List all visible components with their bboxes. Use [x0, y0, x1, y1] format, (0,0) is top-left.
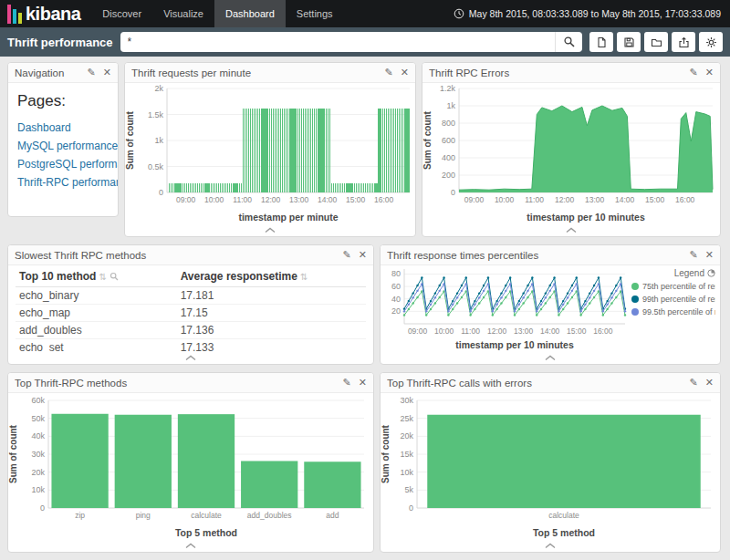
nav-tab-discover[interactable]: Discover	[91, 0, 152, 27]
remove-panel-icon[interactable]: ✕	[103, 67, 111, 78]
legend-toggle[interactable]: Legend	[631, 268, 715, 278]
collapse-panel-button[interactable]	[183, 543, 198, 549]
chevron-up-icon	[263, 227, 277, 233]
panel-title[interactable]: Slowest Thrift RPC methods	[15, 250, 343, 261]
svg-text:11:00: 11:00	[233, 195, 252, 204]
svg-text:50k: 50k	[31, 414, 45, 423]
legend-item[interactable]: 99th percentile of resp...	[631, 293, 715, 306]
legend-label: 99.5th percentile of re...	[642, 306, 715, 318]
remove-panel-icon[interactable]: ✕	[359, 250, 367, 260]
panel-title[interactable]: Thrift RPC Errors	[429, 67, 690, 78]
svg-text:400: 400	[442, 153, 455, 162]
panel-title[interactable]: Thrift response times percentiles	[387, 250, 690, 261]
column-header-method[interactable]: Top 10 method⇅	[16, 265, 177, 287]
search-button[interactable]	[555, 32, 582, 52]
sort-icon: ⇅	[99, 272, 106, 282]
column-header-responsetime[interactable]: Average responsetime⇅	[177, 265, 366, 287]
svg-text:13:00: 13:00	[514, 327, 534, 336]
svg-text:Sum of count: Sum of count	[422, 110, 433, 170]
panel-top-methods: Top Thrift-RPC methods ✎ ✕ 010k20k30k40k…	[7, 372, 374, 553]
top-methods-chart[interactable]: 010k20k30k40k50k60kSum of countTop 5 met…	[8, 393, 373, 539]
panel-header: Slowest Thrift RPC methods ✎ ✕	[8, 245, 373, 265]
nav-tab-settings[interactable]: Settings	[286, 0, 344, 27]
share-button[interactable]	[672, 32, 695, 52]
requests-chart[interactable]: 00.5k1k1.5k2kSum of counttimestamp per m…	[125, 83, 415, 223]
svg-text:12:00: 12:00	[261, 195, 281, 204]
svg-text:15:00: 15:00	[567, 327, 587, 336]
svg-text:10:00: 10:00	[204, 195, 224, 204]
options-button[interactable]	[699, 32, 723, 52]
table-cell: echo_set	[16, 339, 177, 352]
edit-panel-icon[interactable]: ✎	[690, 67, 698, 78]
legend-color-dot	[631, 283, 639, 290]
table-cell: 17.136	[177, 322, 366, 339]
time-range-picker[interactable]: May 8th 2015, 08:03:33.089 to May 8th 20…	[454, 8, 730, 19]
svg-text:600: 600	[442, 136, 455, 145]
remove-panel-icon[interactable]: ✕	[705, 250, 714, 260]
collapse-panel-button[interactable]	[543, 543, 558, 549]
collapse-panel-button[interactable]	[183, 355, 198, 361]
logo-text: kibana	[26, 5, 80, 23]
chevron-up-icon	[543, 355, 558, 361]
query-input[interactable]	[120, 32, 555, 52]
svg-text:5k: 5k	[404, 485, 413, 494]
svg-text:13:00: 13:00	[289, 195, 309, 204]
svg-text:14:00: 14:00	[318, 195, 338, 204]
legend-label: 75th percentile of resp...	[642, 280, 715, 293]
legend-item[interactable]: 75th percentile of resp...	[631, 280, 715, 293]
filter-search-icon	[110, 272, 119, 281]
panel-footer	[381, 539, 720, 552]
load-dashboard-button[interactable]	[644, 32, 668, 52]
page-link-thrift-rpc-performance[interactable]: Thrift-RPC performance	[17, 173, 109, 192]
panel-header: Top Thrift-RPC methods ✎ ✕	[8, 373, 373, 393]
kibana-logo[interactable]: kibana	[0, 5, 91, 24]
errors-chart[interactable]: 02004006008001k1.2kSum of counttimestamp…	[422, 83, 720, 223]
percentiles-chart[interactable]: 20406080timestamp per 10 minutes09:0010:…	[381, 265, 629, 351]
slowest-table-head-row: Top 10 method⇅ Average responsetime⇅	[16, 265, 366, 287]
page-link-mysql-performance[interactable]: MySQL performance	[17, 137, 109, 155]
clock-icon	[454, 8, 464, 19]
collapse-panel-button[interactable]	[263, 227, 277, 233]
remove-panel-icon[interactable]: ✕	[401, 67, 409, 78]
chevron-up-icon	[183, 355, 198, 361]
save-icon	[623, 36, 635, 48]
page-link-postgresql-performance[interactable]: PostgreSQL performance	[17, 155, 109, 173]
top-navbar: kibana DiscoverVisualizeDashboardSetting…	[0, 0, 730, 27]
table-cell: 17.15	[177, 305, 366, 322]
new-dashboard-button[interactable]	[589, 32, 613, 52]
panel-top-calls-errors: Top Thrift-RPC calls with errors ✎ ✕ 05k…	[380, 372, 721, 553]
nav-tab-dashboard[interactable]: Dashboard	[214, 0, 286, 27]
chevron-up-icon	[564, 227, 579, 233]
legend-toggle-icon	[707, 269, 715, 277]
remove-panel-icon[interactable]: ✕	[705, 67, 714, 78]
svg-text:2k: 2k	[154, 84, 163, 93]
remove-panel-icon[interactable]: ✕	[705, 378, 714, 388]
remove-panel-icon[interactable]: ✕	[359, 378, 367, 388]
nav-tab-visualize[interactable]: Visualize	[152, 0, 214, 27]
panel-header: Navigation ✎ ✕	[8, 63, 118, 83]
svg-text:0: 0	[451, 188, 455, 197]
panel-title[interactable]: Top Thrift-RPC methods	[15, 378, 343, 389]
svg-text:0: 0	[159, 188, 163, 197]
panel-title[interactable]: Thrift requests per minute	[131, 67, 385, 78]
svg-text:ping: ping	[136, 511, 151, 520]
svg-text:15:00: 15:00	[346, 195, 366, 204]
edit-panel-icon[interactable]: ✎	[343, 250, 351, 260]
chart-legend: Legend 75th percentile of resp...99th pe…	[629, 267, 718, 319]
panel-title[interactable]: Navigation	[15, 67, 88, 78]
edit-panel-icon[interactable]: ✎	[343, 378, 351, 388]
edit-panel-icon[interactable]: ✎	[385, 67, 393, 78]
page-link-dashboard[interactable]: Dashboard	[17, 119, 109, 137]
panel-footer	[422, 223, 720, 236]
save-dashboard-button[interactable]	[617, 32, 641, 52]
kibana-logo-icon	[7, 5, 22, 24]
panel-title[interactable]: Top Thrift-RPC calls with errors	[387, 378, 690, 389]
legend-item[interactable]: 99.5th percentile of re...	[631, 306, 715, 318]
edit-panel-icon[interactable]: ✎	[690, 250, 698, 260]
svg-text:800: 800	[442, 119, 455, 128]
collapse-panel-button[interactable]	[564, 227, 579, 233]
edit-panel-icon[interactable]: ✎	[690, 378, 698, 388]
edit-panel-icon[interactable]: ✎	[88, 67, 96, 78]
collapse-panel-button[interactable]	[543, 355, 558, 361]
top-errors-chart[interactable]: 05k10k15k20k25k30kSum of countTop 5 meth…	[381, 393, 720, 539]
